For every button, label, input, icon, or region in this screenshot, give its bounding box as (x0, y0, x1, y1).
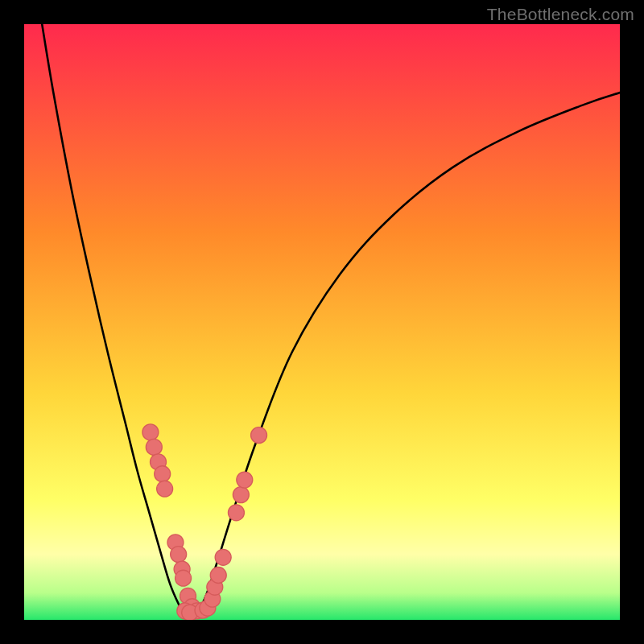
data-point (228, 505, 244, 521)
bottleneck-curve-right-path (191, 93, 620, 620)
chart-frame: TheBottleneck.com (0, 0, 644, 644)
data-point (215, 549, 231, 565)
scatter-group (142, 424, 267, 620)
data-point (233, 487, 249, 503)
bottleneck-curve-left-path (42, 24, 191, 620)
data-point (251, 427, 267, 444)
data-point (142, 424, 159, 440)
data-point (155, 466, 171, 482)
data-point (175, 570, 192, 586)
data-point (237, 472, 253, 488)
data-point (146, 439, 162, 455)
chart-overlay (24, 24, 620, 620)
data-point (210, 568, 226, 584)
plot-area (24, 24, 620, 620)
curve-group (42, 24, 620, 620)
watermark-text: TheBottleneck.com (487, 5, 634, 24)
data-point (157, 481, 173, 497)
data-point (171, 547, 187, 563)
